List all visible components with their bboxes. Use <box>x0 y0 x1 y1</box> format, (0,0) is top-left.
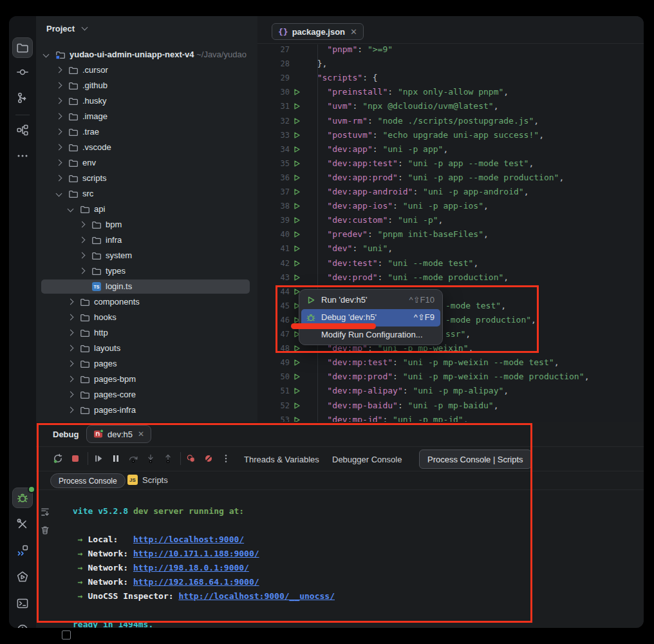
chevron-right-icon[interactable] <box>79 268 86 274</box>
tree-row-login-ts[interactable]: TSlogin.ts <box>36 279 257 294</box>
chevron-right-icon[interactable] <box>68 392 74 398</box>
tree-row--trae[interactable]: .trae <box>36 124 257 140</box>
tree-row--cursor[interactable]: .cursor <box>36 62 257 78</box>
run-gutter-icon[interactable] <box>292 386 301 395</box>
step-out-icon[interactable] <box>163 453 173 464</box>
run-pentagon-icon[interactable] <box>16 571 29 583</box>
tab-process-console[interactable]: Process Console <box>50 473 126 488</box>
structure-icon[interactable] <box>16 124 29 137</box>
run-gutter-icon[interactable] <box>292 131 301 140</box>
bug-icon[interactable] <box>16 491 29 504</box>
view-breakpoints-icon[interactable] <box>186 453 196 464</box>
close-icon[interactable]: ✕ <box>138 430 144 439</box>
stop-icon[interactable] <box>70 453 80 464</box>
rerun-icon[interactable] <box>53 453 63 464</box>
tab-threads-variables[interactable]: Threads & Variables <box>244 455 319 464</box>
chevron-right-icon[interactable] <box>68 361 74 367</box>
chevron-right-icon[interactable] <box>68 407 74 413</box>
run-gutter-icon[interactable] <box>292 159 301 168</box>
tree-row-src[interactable]: src <box>36 186 257 202</box>
chevron-right-icon[interactable] <box>68 345 74 352</box>
chevron-right-icon[interactable] <box>68 299 74 305</box>
tree-row-yudao-ui-admin-uniapp-next-v4[interactable]: yudao-ui-admin-uniapp-next-v4 ~/Java/yud… <box>36 47 257 62</box>
run-gutter-icon[interactable] <box>292 216 301 225</box>
scroll-to-end-icon[interactable] <box>40 507 50 517</box>
run-gutter-icon[interactable] <box>292 102 301 111</box>
tree-row--husky[interactable]: .husky <box>36 93 257 109</box>
ellipsis-icon[interactable] <box>16 149 29 162</box>
tree-row-pages-bpm[interactable]: pages-bpm <box>36 372 257 387</box>
pause-icon[interactable] <box>111 453 121 464</box>
resume-icon[interactable] <box>93 453 104 464</box>
commit-icon[interactable] <box>16 66 29 79</box>
run-gutter-icon[interactable] <box>292 344 301 353</box>
tree-row-infra[interactable]: infra <box>36 232 257 248</box>
step-over-icon[interactable] <box>128 453 138 464</box>
menu-item-debug[interactable]: Debug 'dev:h5'^⇧F9 <box>301 309 440 327</box>
chevron-right-icon[interactable] <box>56 67 62 73</box>
chevron-down-icon[interactable] <box>43 52 50 58</box>
chevron-right-icon[interactable] <box>68 330 74 336</box>
tree-row--vscode[interactable]: .vscode <box>36 140 257 155</box>
tab-debugger-console[interactable]: Debugger Console <box>332 455 402 464</box>
step-into-icon[interactable] <box>145 453 156 464</box>
folder-icon[interactable] <box>16 41 29 54</box>
tools-icon[interactable] <box>16 518 29 531</box>
run-gutter-icon[interactable] <box>292 358 301 367</box>
tree-row-pages-core[interactable]: pages-core <box>36 387 257 402</box>
tree-row-bpm[interactable]: bpm <box>36 217 257 232</box>
chevron-right-icon[interactable] <box>56 175 62 182</box>
tree-row-components[interactable]: components <box>36 294 257 310</box>
close-icon[interactable]: ✕ <box>350 27 357 37</box>
chevron-right-icon[interactable] <box>56 160 62 166</box>
menu-item-run[interactable]: Run 'dev:h5'^⇧F10 <box>301 292 440 309</box>
tab-process-console-scripts[interactable]: Process Console | Scripts <box>419 450 532 469</box>
chevron-right-icon[interactable] <box>68 376 74 383</box>
run-gutter-icon[interactable] <box>292 187 301 196</box>
tree-row-scripts[interactable]: scripts <box>36 171 257 186</box>
tree-row-http[interactable]: http <box>36 325 257 341</box>
run-gutter-icon[interactable] <box>292 259 301 268</box>
run-gutter-icon[interactable] <box>292 244 301 253</box>
vcs-icon[interactable] <box>16 91 29 104</box>
console-link[interactable]: http://localhost:9000/ <box>133 535 244 544</box>
run-gutter-icon[interactable] <box>292 117 301 126</box>
run-gutter-icon[interactable] <box>292 401 301 410</box>
run-gutter-icon[interactable] <box>292 145 301 154</box>
tree-row--image[interactable]: .image <box>36 109 257 124</box>
tree-row-env[interactable]: env <box>36 155 257 171</box>
mute-breakpoints-icon[interactable] <box>203 453 214 464</box>
console-link[interactable]: http://10.171.1.188:9000/ <box>133 549 259 558</box>
tree-row--github[interactable]: .github <box>36 78 257 93</box>
chevron-right-icon[interactable] <box>56 98 62 104</box>
tree-row-system[interactable]: system <box>36 248 257 263</box>
tree-row-hooks[interactable]: hooks <box>36 310 257 325</box>
chevron-down-icon[interactable] <box>81 24 88 31</box>
editor-tab-package-json[interactable]: {} package.json ✕ <box>272 23 364 40</box>
run-gutter-icon[interactable] <box>292 230 301 239</box>
tab-scripts[interactable]: JS Scripts <box>127 475 168 485</box>
editor[interactable]: {} package.json ✕ 27"pnpm": ">=9"28},29"… <box>257 16 644 422</box>
chevron-right-icon[interactable] <box>56 82 62 89</box>
run-gutter-icon[interactable] <box>292 273 301 282</box>
console-link[interactable]: http://198.18.0.1:9000/ <box>133 563 249 573</box>
services-icon[interactable] <box>16 544 29 557</box>
tree-row-pages-infra[interactable]: pages-infra <box>36 402 257 418</box>
console-link[interactable]: http://192.168.64.1:9000/ <box>133 577 259 587</box>
run-gutter-icon[interactable] <box>292 88 301 97</box>
chevron-right-icon[interactable] <box>56 113 62 120</box>
tree-row-types[interactable]: types <box>36 263 257 279</box>
terminal-icon[interactable] <box>16 597 29 610</box>
tree-row-pages[interactable]: pages <box>36 356 257 372</box>
chevron-right-icon[interactable] <box>68 314 74 321</box>
run-gutter-icon[interactable] <box>292 372 301 381</box>
more-vert-icon[interactable] <box>221 453 231 464</box>
menu-item-modify[interactable]: Modify Run Configuration... <box>301 327 440 344</box>
problems-icon[interactable] <box>16 623 29 628</box>
chevron-down-icon[interactable] <box>68 206 74 213</box>
run-gutter-icon[interactable] <box>292 415 301 422</box>
tree-row-layouts[interactable]: layouts <box>36 341 257 356</box>
tree-row-api[interactable]: api <box>36 202 257 217</box>
chevron-right-icon[interactable] <box>56 129 62 135</box>
debug-session-tab[interactable]: dev:h5 ✕ <box>86 425 151 443</box>
